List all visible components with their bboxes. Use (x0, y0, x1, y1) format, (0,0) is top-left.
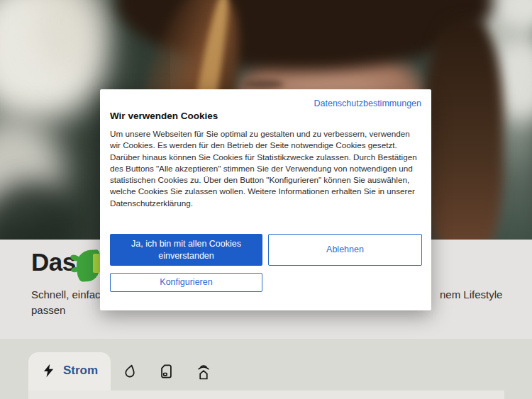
flame-icon (122, 363, 138, 380)
tab-strom-label: Strom (63, 364, 98, 378)
tab-gas[interactable] (121, 361, 139, 381)
splash-lime-stripe (93, 254, 100, 273)
accept-all-cookies-button[interactable]: Ja, ich bin mit allen Cookies einverstan… (110, 234, 262, 266)
configure-button[interactable]: Konfigurieren (110, 273, 262, 292)
photo-eyebrow (243, 79, 284, 89)
subtitle-fragment-left: Schnell, einfac (31, 288, 101, 300)
tariff-tabs-section: Strom (0, 339, 532, 399)
photo-hair-right (424, 18, 504, 240)
decline-button[interactable]: Ablehnen (268, 234, 422, 266)
sim-card-icon (158, 363, 174, 380)
cookie-consent-dialog: Datenschutzbestimmungen Wir verwenden Co… (100, 89, 431, 310)
wifi-home-icon (195, 363, 212, 381)
brand-green-splash (77, 250, 101, 281)
privacy-policy-link[interactable]: Datenschutzbestimmungen (314, 99, 421, 108)
tab-content-panel (28, 390, 504, 399)
tab-internet[interactable] (194, 361, 213, 381)
cookie-dialog-title: Wir verwenden Cookies (110, 111, 218, 121)
lightning-icon (41, 363, 56, 378)
subtitle-fragment-right: nem Lifestyle (440, 288, 502, 300)
cookie-dialog-body: Um unsere Webseiten für Sie optimal zu g… (110, 128, 422, 209)
subtitle-line2: passen (31, 304, 65, 316)
page-title: Das (31, 248, 76, 276)
tab-mobilfunk[interactable] (157, 361, 175, 381)
